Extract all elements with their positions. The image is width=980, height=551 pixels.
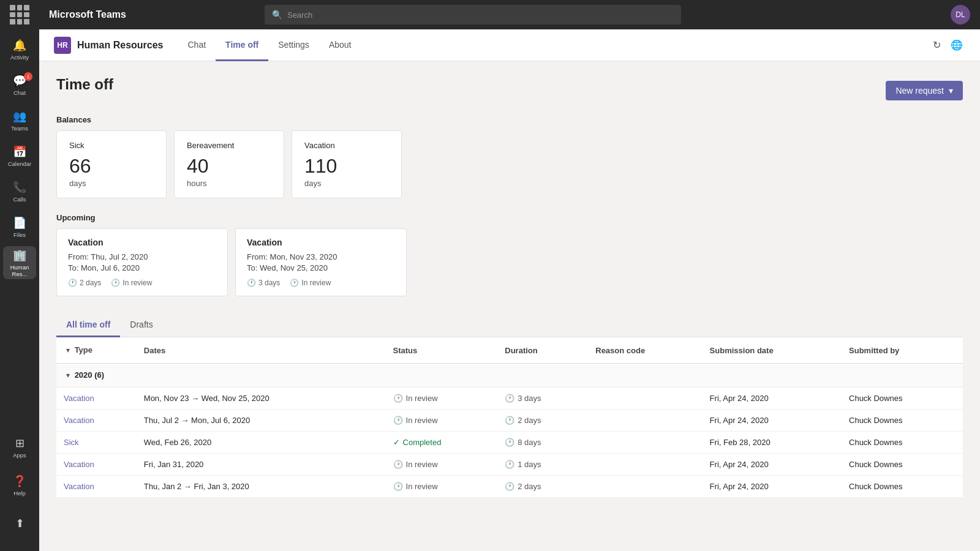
upcoming-label: Upcoming bbox=[56, 213, 963, 222]
upcoming-meta: 🕐 2 days 🕑 In review bbox=[68, 279, 216, 287]
tab-chat[interactable]: Chat bbox=[178, 29, 216, 61]
table-row[interactable]: Vacation Fri, Jan 31, 2020 🕑 In review 🕐… bbox=[56, 454, 963, 476]
row-reason bbox=[588, 410, 702, 432]
col-header-duration: Duration bbox=[497, 337, 588, 364]
app-logo: HR bbox=[54, 37, 71, 54]
clock-icon: 🕑 bbox=[393, 416, 403, 425]
sidebar-item-apps[interactable]: ⊞ Apps bbox=[3, 431, 36, 464]
group-collapse-btn[interactable]: ▾ bbox=[64, 370, 72, 381]
teams-icon: 👥 bbox=[13, 110, 26, 123]
page-header-row: Time off New request ▾ bbox=[56, 76, 963, 105]
table-row[interactable]: Vacation Thu, Jul 2 → Mon, Jul 6, 2020 🕑… bbox=[56, 410, 963, 432]
status-review: 🕑 In review bbox=[393, 482, 491, 491]
row-submitted-by: Chuck Downes bbox=[842, 454, 963, 476]
sidebar-item-activity[interactable]: 🔔 Activity bbox=[3, 33, 36, 66]
row-type-link[interactable]: Vacation bbox=[64, 482, 94, 491]
row-type-link[interactable]: Vacation bbox=[64, 460, 94, 469]
row-duration: 🕐 2 days bbox=[497, 410, 588, 432]
sidebar-item-help[interactable]: ❓ Help bbox=[3, 469, 36, 502]
row-submitted-by: Chuck Downes bbox=[842, 476, 963, 498]
upcoming-days: 🕐 3 days bbox=[247, 279, 280, 287]
upcoming-status: 🕑 In review bbox=[290, 279, 331, 287]
upcoming-days: 🕐 2 days bbox=[68, 279, 101, 287]
sidebar-bottom: ⊞ Apps ❓ Help ⬆ bbox=[3, 430, 36, 546]
sidebar-item-humanres[interactable]: 🏢 Human Res... bbox=[3, 246, 36, 279]
row-submitted-by: Chuck Downes bbox=[842, 388, 963, 410]
sidebar-item-chat[interactable]: 💬 Chat 1 bbox=[3, 69, 36, 102]
sidebar-item-calls[interactable]: 📞 Calls bbox=[3, 175, 36, 208]
time-table: ▾ Type Dates Status Duration Reason code… bbox=[56, 337, 963, 498]
row-submission-date: Fri, Apr 24, 2020 bbox=[703, 388, 842, 410]
sidebar-item-label: Calls bbox=[13, 196, 26, 203]
balance-value: 110 bbox=[304, 155, 389, 178]
upcoming-days-value: 2 days bbox=[80, 279, 101, 287]
tab-all-time-off[interactable]: All time off bbox=[56, 313, 120, 337]
calls-icon: 📞 bbox=[13, 181, 26, 194]
balance-unit: days bbox=[69, 179, 154, 188]
balance-value: 40 bbox=[187, 155, 271, 178]
search-bar[interactable]: 🔍 bbox=[265, 5, 681, 24]
table-header-row: ▾ Type Dates Status Duration Reason code… bbox=[56, 337, 963, 364]
col-header-reason: Reason code bbox=[588, 337, 702, 364]
files-icon: 📄 bbox=[13, 216, 26, 230]
sidebar-item-files[interactable]: 📄 Files bbox=[3, 211, 36, 244]
row-status: 🕑 In review bbox=[386, 476, 498, 498]
upcoming-from: From: Thu, Jul 2, 2020 bbox=[68, 252, 216, 261]
sidebar-item-teams[interactable]: 👥 Teams bbox=[3, 104, 36, 137]
sidebar-item-label: Help bbox=[13, 490, 26, 497]
upcoming-meta: 🕐 3 days 🕑 In review bbox=[247, 279, 395, 287]
new-request-button[interactable]: New request ▾ bbox=[886, 81, 963, 100]
row-submission-date: Fri, Feb 28, 2020 bbox=[703, 432, 842, 454]
upcoming-card-1[interactable]: Vacation From: Mon, Nov 23, 2020 To: Wed… bbox=[235, 228, 407, 296]
col-header-submission: Submission date bbox=[703, 337, 842, 364]
tab-timeoff[interactable]: Time off bbox=[216, 29, 268, 61]
tab-settings[interactable]: Settings bbox=[268, 29, 319, 61]
balance-type: Sick bbox=[69, 141, 154, 150]
search-icon: 🔍 bbox=[272, 10, 282, 20]
row-type-link[interactable]: Vacation bbox=[64, 416, 94, 425]
app-grid-icon[interactable] bbox=[10, 5, 29, 24]
globe-button[interactable]: 🌐 bbox=[948, 37, 965, 53]
row-type-link[interactable]: Vacation bbox=[64, 394, 94, 403]
clock-icon: 🕑 bbox=[393, 460, 403, 469]
upcoming-status: 🕑 In review bbox=[111, 279, 152, 287]
status-completed: ✓ Completed bbox=[393, 438, 491, 447]
group-label: 2020 (6) bbox=[75, 370, 104, 380]
upcoming-type: Vacation bbox=[247, 238, 395, 247]
avatar[interactable]: DL bbox=[951, 5, 970, 24]
row-duration: 🕐 2 days bbox=[497, 476, 588, 498]
type-collapse-btn[interactable]: ▾ bbox=[64, 345, 72, 356]
table-row[interactable]: Sick Wed, Feb 26, 2020 ✓ Completed 🕐 8 d… bbox=[56, 432, 963, 454]
table-row[interactable]: Vacation Mon, Nov 23 → Wed, Nov 25, 2020… bbox=[56, 388, 963, 410]
status-review: 🕑 In review bbox=[393, 416, 491, 425]
page-content: Time off New request ▾ Balances Sick 66 … bbox=[39, 61, 980, 551]
balance-cards: Sick 66 days Bereavement 40 hours Vacati… bbox=[56, 130, 963, 198]
status-review: 🕑 In review bbox=[393, 460, 491, 469]
row-submission-date: Fri, Apr 24, 2020 bbox=[703, 410, 842, 432]
upcoming-status-value: In review bbox=[301, 279, 331, 287]
row-reason bbox=[588, 388, 702, 410]
table-group-row: ▾ 2020 (6) bbox=[56, 364, 963, 388]
row-duration: 🕐 8 days bbox=[497, 432, 588, 454]
tab-drafts[interactable]: Drafts bbox=[120, 313, 162, 337]
app-header: HR Human Resources Chat Time off Setting… bbox=[39, 29, 980, 61]
col-header-submitted-by: Submitted by bbox=[842, 337, 963, 364]
row-type-link[interactable]: Sick bbox=[64, 438, 79, 447]
row-reason bbox=[588, 454, 702, 476]
topbar: Microsoft Teams 🔍 DL bbox=[39, 0, 980, 29]
search-input[interactable] bbox=[287, 10, 674, 20]
clock-icon: 🕐 bbox=[505, 460, 514, 469]
review-icon: 🕑 bbox=[290, 279, 299, 287]
tab-about[interactable]: About bbox=[319, 29, 361, 61]
sidebar-item-calendar[interactable]: 📅 Calendar bbox=[3, 140, 36, 173]
sidebar-item-upload[interactable]: ⬆ bbox=[3, 507, 36, 540]
app-header-actions: ↻ 🌐 bbox=[930, 37, 965, 53]
clock-icon: 🕐 bbox=[505, 482, 514, 491]
table-row[interactable]: Vacation Thu, Jan 2 → Fri, Jan 3, 2020 🕑… bbox=[56, 476, 963, 498]
row-status: 🕑 In review bbox=[386, 454, 498, 476]
new-request-chevron-icon: ▾ bbox=[949, 86, 953, 96]
col-header-status: Status bbox=[386, 337, 498, 364]
upcoming-card-0[interactable]: Vacation From: Thu, Jul 2, 2020 To: Mon,… bbox=[56, 228, 228, 296]
clock-icon: 🕐 bbox=[505, 394, 514, 403]
refresh-button[interactable]: ↻ bbox=[930, 37, 943, 53]
